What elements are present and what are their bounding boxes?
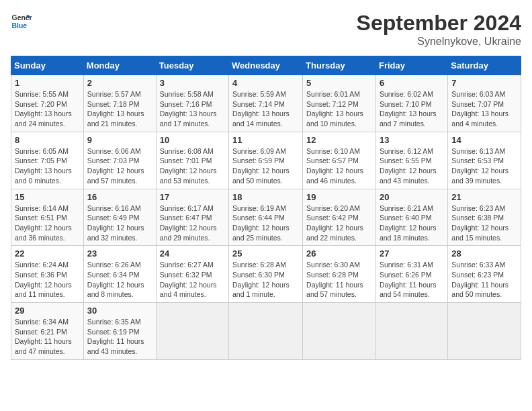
col-thursday: Thursday — [303, 56, 376, 75]
calendar-week-1: 1Sunrise: 5:55 AMSunset: 7:20 PMDaylight… — [11, 75, 521, 132]
col-friday: Friday — [375, 56, 447, 75]
day-24: 24Sunrise: 6:27 AMSunset: 6:32 PMDayligh… — [156, 246, 228, 303]
day-23: 23Sunrise: 6:26 AMSunset: 6:34 PMDayligh… — [83, 246, 156, 303]
day-15: 15Sunrise: 6:14 AMSunset: 6:51 PMDayligh… — [11, 189, 84, 246]
col-monday: Monday — [83, 56, 156, 75]
day-9: 9Sunrise: 6:06 AMSunset: 7:03 PMDaylight… — [83, 132, 156, 189]
empty-cell — [448, 303, 521, 360]
calendar-week-2: 8Sunrise: 6:05 AMSunset: 7:05 PMDaylight… — [11, 132, 521, 189]
day-5: 5Sunrise: 6:01 AMSunset: 7:12 PMDaylight… — [303, 75, 376, 132]
day-6: 6Sunrise: 6:02 AMSunset: 7:10 PMDaylight… — [375, 75, 447, 132]
day-14: 14Sunrise: 6:13 AMSunset: 6:53 PMDayligh… — [448, 132, 521, 189]
logo-icon: General Blue — [11, 11, 32, 32]
day-22: 22Sunrise: 6:24 AMSunset: 6:36 PMDayligh… — [11, 246, 84, 303]
day-28: 28Sunrise: 6:33 AMSunset: 6:23 PMDayligh… — [448, 246, 521, 303]
month-title: September 2024 — [357, 11, 521, 36]
empty-cell — [229, 303, 303, 360]
day-10: 10Sunrise: 6:08 AMSunset: 7:01 PMDayligh… — [156, 132, 228, 189]
day-18: 18Sunrise: 6:19 AMSunset: 6:44 PMDayligh… — [229, 189, 303, 246]
day-26: 26Sunrise: 6:30 AMSunset: 6:28 PMDayligh… — [303, 246, 376, 303]
day-17: 17Sunrise: 6:17 AMSunset: 6:47 PMDayligh… — [156, 189, 228, 246]
logo: General Blue — [11, 11, 32, 32]
empty-cell — [375, 303, 447, 360]
day-11: 11Sunrise: 6:09 AMSunset: 6:59 PMDayligh… — [229, 132, 303, 189]
page-header: General Blue September 2024 Synelnykove,… — [11, 11, 521, 48]
svg-text:Blue: Blue — [12, 22, 28, 30]
day-7: 7Sunrise: 6:03 AMSunset: 7:07 PMDaylight… — [448, 75, 521, 132]
empty-cell — [156, 303, 228, 360]
day-25: 25Sunrise: 6:28 AMSunset: 6:30 PMDayligh… — [229, 246, 303, 303]
day-16: 16Sunrise: 6:16 AMSunset: 6:49 PMDayligh… — [83, 189, 156, 246]
calendar-week-4: 22Sunrise: 6:24 AMSunset: 6:36 PMDayligh… — [11, 246, 521, 303]
col-tuesday: Tuesday — [156, 56, 228, 75]
day-12: 12Sunrise: 6:10 AMSunset: 6:57 PMDayligh… — [303, 132, 376, 189]
day-13: 13Sunrise: 6:12 AMSunset: 6:55 PMDayligh… — [375, 132, 447, 189]
day-3: 3Sunrise: 5:58 AMSunset: 7:16 PMDaylight… — [156, 75, 228, 132]
calendar-header-row: Sunday Monday Tuesday Wednesday Thursday… — [11, 56, 521, 75]
day-1: 1Sunrise: 5:55 AMSunset: 7:20 PMDaylight… — [11, 75, 84, 132]
empty-cell — [303, 303, 376, 360]
calendar-table: Sunday Monday Tuesday Wednesday Thursday… — [11, 56, 521, 360]
location-subtitle: Synelnykove, Ukraine — [357, 36, 521, 48]
day-2: 2Sunrise: 5:57 AMSunset: 7:18 PMDaylight… — [83, 75, 156, 132]
day-8: 8Sunrise: 6:05 AMSunset: 7:05 PMDaylight… — [11, 132, 84, 189]
calendar-week-5: 29Sunrise: 6:34 AMSunset: 6:21 PMDayligh… — [11, 303, 521, 360]
title-block: September 2024 Synelnykove, Ukraine — [357, 11, 521, 48]
day-27: 27Sunrise: 6:31 AMSunset: 6:26 PMDayligh… — [375, 246, 447, 303]
col-wednesday: Wednesday — [229, 56, 303, 75]
day-21: 21Sunrise: 6:23 AMSunset: 6:38 PMDayligh… — [448, 189, 521, 246]
day-19: 19Sunrise: 6:20 AMSunset: 6:42 PMDayligh… — [303, 189, 376, 246]
day-30: 30Sunrise: 6:35 AMSunset: 6:19 PMDayligh… — [83, 303, 156, 360]
col-sunday: Sunday — [11, 56, 84, 75]
day-29: 29Sunrise: 6:34 AMSunset: 6:21 PMDayligh… — [11, 303, 84, 360]
day-4: 4Sunrise: 5:59 AMSunset: 7:14 PMDaylight… — [229, 75, 303, 132]
calendar-week-3: 15Sunrise: 6:14 AMSunset: 6:51 PMDayligh… — [11, 189, 521, 246]
col-saturday: Saturday — [448, 56, 521, 75]
day-20: 20Sunrise: 6:21 AMSunset: 6:40 PMDayligh… — [375, 189, 447, 246]
